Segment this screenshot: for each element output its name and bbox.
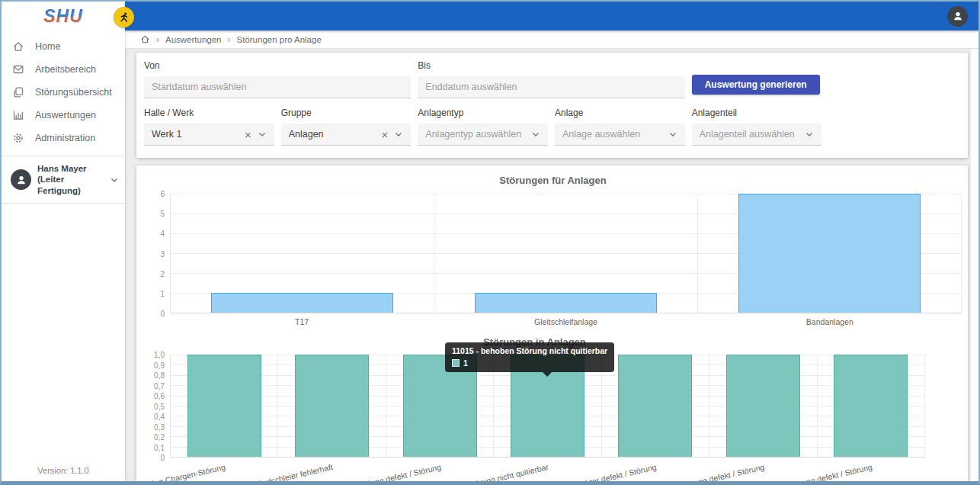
x-category: T17: [170, 313, 434, 330]
category-column: [278, 355, 386, 457]
sidebar-item-label: Arbeitsbereich: [35, 64, 96, 75]
breadcrumb-auswertungen[interactable]: Auswertungen: [165, 35, 222, 44]
bis-field: Bis: [418, 60, 684, 98]
category-column: [818, 355, 925, 457]
charts-panel: Störungen für Anlagen 6543210 T17Gleitsc…: [136, 165, 968, 481]
anlage-label: Anlage: [555, 108, 685, 118]
gruppe-label: Gruppe: [281, 108, 412, 118]
select-placeholder: Anlagenteil auswählen: [700, 129, 799, 140]
sidebar-item-administration[interactable]: Administration: [2, 127, 125, 149]
anlagenteil-field: Anlagenteil Anlagenteil auswählen: [692, 108, 822, 146]
bar-chart-icon: [12, 109, 24, 121]
breadcrumb-separator: ›: [228, 34, 231, 45]
bar[interactable]: [738, 194, 920, 313]
y-tick-label: 0,2: [154, 433, 165, 442]
sidebar-item-label: Störungsübersicht: [35, 87, 112, 98]
sidebar-item-home[interactable]: Home: [2, 35, 125, 58]
sidebar-item-auswertungen[interactable]: Auswertungen: [2, 104, 125, 127]
anlagentyp-label: Anlagentyp: [418, 108, 548, 118]
category-column: [709, 355, 817, 457]
user-avatar: [11, 169, 31, 190]
y-tick-label: 0,4: [154, 413, 165, 421]
filter-panel: Von Bis Auswertung generieren Halle / We…: [136, 53, 968, 158]
y-tick-label: 0,1: [154, 443, 165, 451]
anlagenteil-select[interactable]: Anlagenteil auswählen: [692, 124, 822, 146]
y-tick-label: 3: [160, 249, 165, 258]
category-column: [602, 355, 709, 457]
breadcrumb-separator: ›: [156, 34, 159, 45]
y-tick-label: 5: [160, 210, 165, 218]
x-category: 12320 - Badheizung defekt / Störung: [817, 458, 925, 481]
bar[interactable]: [726, 355, 800, 457]
auswertung-generieren-button[interactable]: Auswertung generieren: [692, 75, 820, 95]
x-category: Gleitschleifanlage: [434, 313, 697, 330]
clear-icon[interactable]: ×: [382, 129, 389, 140]
x-tick-label: 12099 - sonstige Chargen-Störung: [125, 462, 226, 481]
x-tick-label: Bandanlagen: [806, 313, 853, 326]
breadcrumb-stoerungen-pro-anlage[interactable]: Störungen pro Anlage: [237, 35, 322, 44]
enddatum-input[interactable]: [418, 76, 684, 98]
anlagentyp-field: Anlagentyp Anlagentyp auswählen: [418, 108, 548, 146]
bar[interactable]: [834, 355, 908, 457]
y-tick-label: 0: [160, 454, 165, 462]
sidebar-item-arbeitsbereich[interactable]: Arbeitsbereich: [2, 58, 125, 81]
x-tick-label: Gleitschleifanlage: [534, 313, 597, 326]
sidebar-item-label: Auswertungen: [35, 110, 96, 120]
y-axis: 6543210: [144, 194, 170, 313]
person-icon: [952, 10, 964, 22]
sidebar-toggle-button[interactable]: [114, 7, 134, 27]
y-tick-label: 0,3: [154, 422, 165, 431]
category-column: [698, 194, 962, 313]
plot-area: [170, 194, 962, 313]
bar[interactable]: [475, 293, 656, 313]
anlage-select[interactable]: Anlage auswählen: [555, 124, 685, 146]
user-menu[interactable]: Hans Mayer (Leiter Fertigung): [2, 156, 125, 203]
bar[interactable]: [618, 355, 692, 457]
x-category: Bandanlagen: [698, 313, 962, 330]
bar[interactable]: [187, 355, 261, 457]
mail-icon: [12, 63, 24, 75]
shu-logo: SHU: [43, 6, 83, 27]
topbar-blue-strip: [125, 2, 978, 31]
gear-icon: [12, 132, 24, 144]
halle-werk-select[interactable]: Werk 1 ×: [144, 124, 274, 146]
user-name: Hans Mayer (Leiter Fertigung): [37, 163, 104, 196]
content: Von Bis Auswertung generieren Halle / We…: [125, 49, 978, 481]
tooltip-title: 11015 - behoben Störung nicht quitierbar: [452, 346, 607, 355]
y-tick-label: 0: [160, 310, 165, 318]
sidebar-spacer: [2, 204, 125, 461]
bar[interactable]: [295, 355, 369, 457]
scrollbar-track[interactable]: [970, 49, 978, 481]
gruppe-field: Gruppe Anlagen ×: [281, 108, 412, 146]
y-tick-label: 1,0: [154, 351, 165, 359]
chart-title: Störungen für Anlagen: [144, 175, 962, 186]
chevron-down-icon: [668, 130, 677, 139]
x-axis: T17GleitschleifanlageBandanlagen: [170, 313, 962, 330]
bar[interactable]: [211, 293, 392, 313]
tooltip-caret: [543, 372, 552, 377]
startdatum-input[interactable]: [144, 76, 411, 98]
gruppe-select[interactable]: Anlagen ×: [281, 124, 412, 146]
y-tick-label: 0,5: [154, 402, 165, 410]
chevron-down-icon: [531, 130, 540, 139]
select-placeholder: Anlagentyp auswählen: [425, 129, 525, 140]
clear-icon[interactable]: ×: [245, 129, 251, 140]
home-icon[interactable]: [140, 34, 150, 44]
anlagentyp-select[interactable]: Anlagentyp auswählen: [418, 124, 548, 146]
user-avatar-button[interactable]: [947, 6, 968, 27]
running-man-icon: [118, 11, 130, 24]
sidebar: Home Arbeitsbereich Störungsübersicht Au…: [2, 31, 125, 481]
chevron-down-icon: [110, 175, 119, 185]
y-axis: 1,00,90,80,70,60,50,40,30,20,10: [144, 355, 170, 458]
sidebar-item-stoerungsuebersicht[interactable]: Störungsübersicht: [2, 81, 125, 104]
y-tick-label: 2: [160, 269, 165, 278]
chevron-down-icon: [258, 130, 267, 139]
y-tick-label: 0,6: [154, 392, 165, 400]
select-value: Anlagen: [289, 129, 376, 140]
halle-werk-label: Halle / Werk: [144, 108, 274, 118]
home-icon: [12, 40, 24, 53]
y-tick-label: 0,7: [154, 381, 165, 390]
bis-label: Bis: [418, 60, 684, 71]
anlagenteil-label: Anlagenteil: [692, 108, 822, 118]
category-column: [434, 194, 698, 313]
